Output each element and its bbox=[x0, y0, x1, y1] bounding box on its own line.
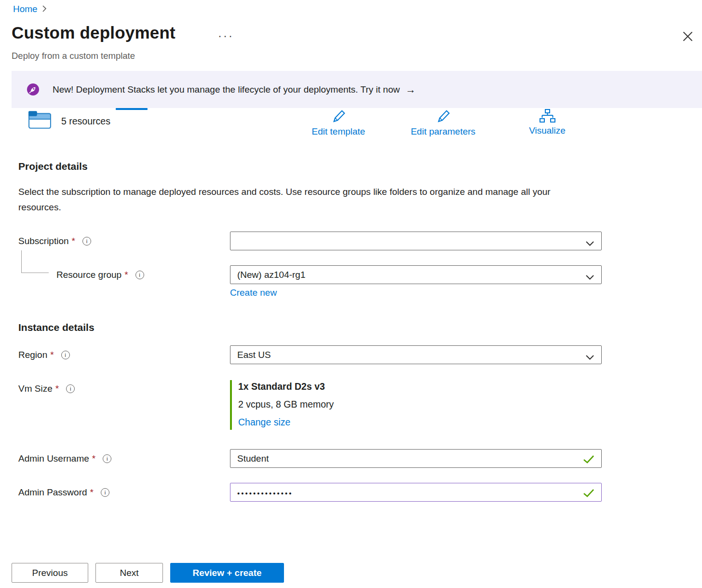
admin-username-input[interactable]: Student bbox=[230, 449, 602, 468]
info-icon[interactable]: i bbox=[61, 351, 70, 359]
page-subtitle: Deploy from a custom template bbox=[12, 51, 135, 61]
info-icon[interactable]: i bbox=[103, 454, 111, 463]
subscription-label: Subscription * i bbox=[18, 236, 91, 246]
chevron-down-icon bbox=[586, 272, 594, 283]
info-icon[interactable]: i bbox=[66, 384, 75, 393]
edit-template-button[interactable]: Edit template bbox=[302, 109, 375, 137]
next-button[interactable]: Next bbox=[95, 563, 163, 583]
region-label: Region * i bbox=[18, 350, 70, 360]
resource-count-label: 5 resources bbox=[61, 116, 110, 127]
close-button[interactable] bbox=[680, 30, 695, 44]
required-asterisk: * bbox=[55, 383, 59, 394]
resource-group-label: Resource group * i bbox=[56, 270, 144, 280]
admin-username-value: Student bbox=[237, 453, 269, 464]
visualize-label: Visualize bbox=[511, 125, 583, 136]
chevron-right-icon bbox=[42, 4, 47, 14]
valid-check-icon bbox=[583, 455, 594, 466]
vm-size-specs: 2 vcpus, 8 GB memory bbox=[238, 399, 334, 410]
visualize-icon bbox=[540, 116, 555, 124]
more-menu-button[interactable]: ··· bbox=[218, 29, 234, 42]
edit-parameters-button[interactable]: Edit parameters bbox=[402, 109, 484, 137]
resource-group-dropdown[interactable]: (New) az104-rg1 bbox=[230, 265, 602, 284]
info-icon[interactable]: i bbox=[82, 237, 91, 246]
review-create-button[interactable]: Review + create bbox=[170, 563, 284, 583]
required-asterisk: * bbox=[72, 236, 75, 246]
deployment-stacks-banner[interactable]: New! Deployment Stacks let you manage th… bbox=[12, 71, 702, 108]
visualize-button[interactable]: Visualize bbox=[511, 109, 583, 136]
arrow-right-icon: → bbox=[405, 84, 416, 96]
region-value: East US bbox=[237, 350, 271, 360]
info-icon[interactable]: i bbox=[101, 488, 109, 497]
info-icon[interactable]: i bbox=[135, 271, 144, 279]
required-asterisk: * bbox=[92, 453, 95, 464]
valid-check-icon bbox=[583, 489, 594, 500]
project-details-heading: Project details bbox=[18, 161, 88, 172]
required-asterisk: * bbox=[90, 487, 94, 498]
breadcrumb: Home bbox=[13, 4, 47, 14]
create-new-link[interactable]: Create new bbox=[230, 287, 277, 298]
banner-message: New! Deployment Stacks let you manage th… bbox=[53, 84, 400, 95]
resource-group-value: (New) az104-rg1 bbox=[237, 270, 306, 280]
change-size-link[interactable]: Change size bbox=[238, 417, 334, 428]
required-asterisk: * bbox=[50, 350, 54, 360]
template-resources-icon bbox=[28, 110, 51, 131]
vm-size-selection: 1x Standard D2s v3 2 vcpus, 8 GB memory … bbox=[230, 380, 334, 430]
breadcrumb-home-link[interactable]: Home bbox=[13, 4, 38, 14]
instance-details-heading: Instance details bbox=[18, 322, 94, 333]
admin-username-label: Admin Username * i bbox=[18, 453, 111, 464]
previous-button[interactable]: Previous bbox=[12, 563, 88, 583]
admin-password-masked-value: •••••••••••••• bbox=[237, 488, 293, 497]
field-tree-connector bbox=[21, 250, 49, 273]
edit-parameters-label: Edit parameters bbox=[402, 126, 484, 137]
close-icon bbox=[683, 31, 693, 43]
vm-size-label: Vm Size * i bbox=[18, 383, 75, 394]
project-details-description: Select the subscription to manage deploy… bbox=[18, 184, 573, 215]
region-dropdown[interactable]: East US bbox=[230, 345, 602, 364]
rocket-icon bbox=[27, 83, 40, 96]
page-title: Custom deployment bbox=[12, 23, 176, 42]
pencil-icon bbox=[331, 117, 346, 125]
admin-password-input[interactable]: •••••••••••••• bbox=[230, 483, 602, 502]
pencil-icon bbox=[436, 117, 451, 125]
edit-template-label: Edit template bbox=[302, 126, 375, 137]
admin-password-label: Admin Password * i bbox=[18, 487, 109, 498]
subscription-dropdown[interactable] bbox=[230, 232, 602, 250]
required-asterisk: * bbox=[124, 270, 128, 280]
chevron-down-icon bbox=[586, 352, 594, 363]
cropped-link-fragment bbox=[116, 108, 148, 110]
vm-size-value: 1x Standard D2s v3 bbox=[238, 381, 334, 392]
chevron-down-icon bbox=[586, 238, 594, 249]
